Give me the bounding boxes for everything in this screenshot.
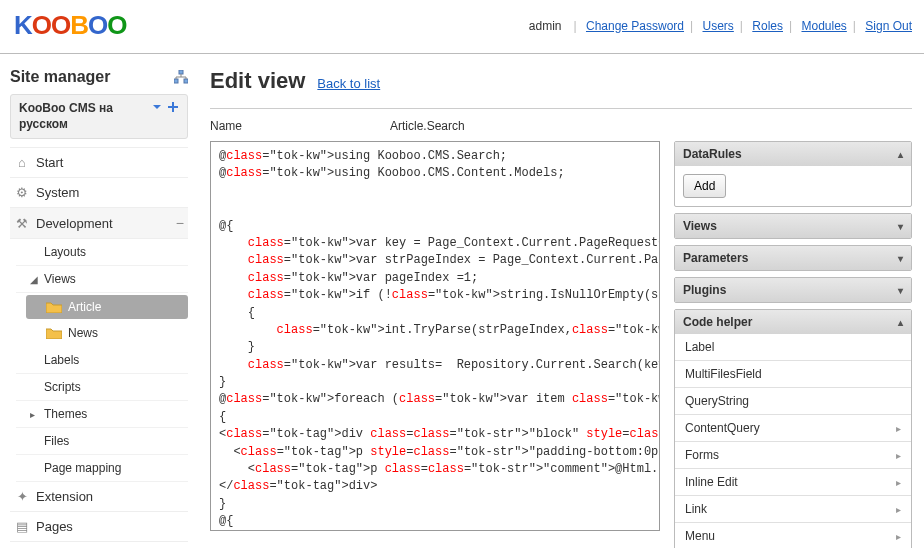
site-selector[interactable]: KooBoo CMS на русском: [10, 94, 188, 139]
codehelper-item[interactable]: Link▸: [675, 495, 911, 522]
page-title: Edit view: [210, 68, 305, 94]
back-to-list-link[interactable]: Back to list: [317, 76, 380, 91]
top-links: admin| Change Password| Users| Roles| Mo…: [529, 19, 912, 33]
codehelper-item[interactable]: MultiFilesField: [675, 360, 911, 387]
nav-files[interactable]: Files: [16, 428, 188, 455]
add-datarule-button[interactable]: Add: [683, 174, 726, 198]
link-roles[interactable]: Roles: [752, 19, 783, 33]
dev-icon: ⚒: [14, 216, 30, 231]
nav-scripts[interactable]: Scripts: [16, 374, 188, 401]
nav-start[interactable]: ⌂Start: [10, 148, 188, 178]
puzzle-icon: ✦: [14, 489, 30, 504]
nav-database[interactable]: ≡Database: [10, 542, 188, 548]
nav-themes[interactable]: ▸Themes: [16, 401, 188, 428]
nav-views[interactable]: ◢Views: [16, 266, 188, 293]
sitemap-icon[interactable]: [174, 70, 188, 84]
page-icon: ▤: [14, 519, 30, 534]
codehelper-item[interactable]: Inline Edit▸: [675, 468, 911, 495]
site-name: KooBoo CMS на русском: [19, 101, 149, 132]
chevron-down-icon: ▾: [898, 253, 903, 264]
chevron-right-icon: ▸: [896, 477, 901, 488]
gear-icon: ⚙: [14, 185, 30, 200]
panel-views-header[interactable]: Views▾: [675, 214, 911, 238]
nav-labels[interactable]: Labels: [16, 347, 188, 374]
link-users[interactable]: Users: [703, 19, 734, 33]
home-icon: ⌂: [14, 155, 30, 170]
folder-icon: [46, 301, 62, 313]
chevron-up-icon: ▴: [898, 317, 903, 328]
nav-system[interactable]: ⚙System: [10, 178, 188, 208]
codehelper-item[interactable]: Forms▸: [675, 441, 911, 468]
chevron-right-icon: ▸: [30, 409, 40, 420]
chevron-down-icon: ◢: [30, 274, 40, 285]
nav-views-news[interactable]: News: [26, 321, 188, 345]
nav-layouts[interactable]: Layouts: [16, 239, 188, 266]
codehelper-item[interactable]: QueryString: [675, 387, 911, 414]
chevron-up-icon: ▴: [898, 149, 903, 160]
panel-datarules: DataRules▴ Add: [674, 141, 912, 207]
nav-views-article[interactable]: Article: [26, 295, 188, 319]
svg-rect-2: [184, 79, 188, 83]
nav-development[interactable]: ⚒Development −: [10, 208, 188, 239]
link-sign-out[interactable]: Sign Out: [865, 19, 912, 33]
svg-rect-0: [179, 70, 183, 74]
current-user: admin: [529, 19, 562, 33]
panel-parameters-header[interactable]: Parameters▾: [675, 246, 911, 270]
folder-icon: [46, 327, 62, 339]
panel-codehelper: Code helper▴ LabelMultiFilesFieldQuerySt…: [674, 309, 912, 548]
panel-datarules-header[interactable]: DataRules▴: [675, 142, 911, 166]
panel-plugins-header[interactable]: Plugins▾: [675, 278, 911, 302]
logo: KOOBOO: [14, 10, 127, 41]
panel-codehelper-header[interactable]: Code helper▴: [675, 310, 911, 334]
chevron-down-icon: ▾: [898, 285, 903, 296]
name-label: Name: [210, 119, 390, 133]
codehelper-item[interactable]: ContentQuery▸: [675, 414, 911, 441]
dropdown-icon[interactable]: [151, 101, 163, 113]
chevron-right-icon: ▸: [896, 504, 901, 515]
chevron-right-icon: ▸: [896, 423, 901, 434]
chevron-right-icon: ▸: [896, 531, 901, 542]
nav-pages[interactable]: ▤Pages: [10, 512, 188, 542]
chevron-down-icon: ▾: [898, 221, 903, 232]
svg-rect-1: [174, 79, 178, 83]
nav-page-mapping[interactable]: Page mapping: [16, 455, 188, 482]
name-value: Article.Search: [390, 119, 465, 133]
add-site-icon[interactable]: [167, 101, 179, 113]
link-modules[interactable]: Modules: [801, 19, 846, 33]
link-change-password[interactable]: Change Password: [586, 19, 684, 33]
site-manager-title: Site manager: [10, 68, 110, 86]
collapse-icon[interactable]: −: [176, 215, 184, 231]
chevron-right-icon: ▸: [896, 450, 901, 461]
codehelper-item[interactable]: Menu▸: [675, 522, 911, 548]
code-editor[interactable]: @class="tok-kw">using Kooboo.CMS.Search;…: [210, 141, 660, 531]
nav-extension[interactable]: ✦Extension: [10, 482, 188, 512]
codehelper-item[interactable]: Label: [675, 334, 911, 360]
